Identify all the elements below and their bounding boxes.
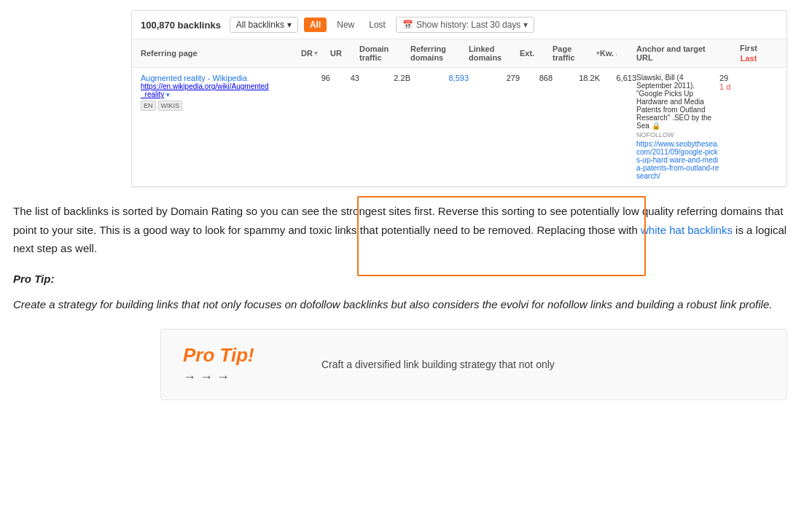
main-content: The list of backlinks is sorted by Domai…	[0, 187, 812, 314]
pro-tip-label: Pro Tip:	[13, 270, 799, 289]
body-paragraph-1: The list of backlinks is sorted by Domai…	[13, 202, 799, 258]
target-url-link[interactable]: https://www.seobythesea.com/2011/09/goog…	[636, 140, 719, 180]
col-kw[interactable]: Kw. .	[600, 44, 636, 63]
col-linked-domains[interactable]: Linked domains	[469, 44, 520, 63]
backlinks-count: 100,870 backlinks	[141, 20, 221, 31]
cell-first-last: 29 1 d	[719, 74, 778, 91]
chevron-down-icon: ▾	[287, 20, 292, 30]
filter-all-button[interactable]: All	[304, 17, 327, 32]
cell-ext: 868	[520, 74, 553, 82]
col-anchor-url[interactable]: Anchor and target URL	[636, 44, 719, 63]
history-button[interactable]: 📅 Show history: Last 30 days ▾	[396, 17, 534, 33]
chevron-down-icon: ▾	[523, 20, 528, 30]
chevron-down-icon: ▾	[166, 91, 170, 98]
lock-icon: 🔒	[652, 122, 660, 130]
tag-wikis: WIKIS	[158, 101, 183, 111]
cell-page-traffic: 18.2K	[553, 74, 600, 82]
page-url: https://en.wikipedia.org/wiki/Augmented_…	[141, 82, 301, 98]
cell-linked-domains: 279	[469, 74, 520, 82]
sort-icon: ▾	[314, 50, 318, 57]
pro-tip-box: Pro Tip! → → → Craft a diversified link …	[160, 329, 787, 400]
col-ext[interactable]: Ext.	[520, 44, 553, 63]
filter-new-button[interactable]: New	[332, 17, 359, 32]
col-dr[interactable]: DR ▾	[301, 44, 330, 63]
cell-anchor-url: Slawski, Bill (4 September 2011). "Googl…	[636, 74, 719, 180]
cell-ur: 43	[330, 74, 359, 82]
white-hat-backlinks-link[interactable]: white hat backlinks	[641, 224, 733, 236]
filter-lost-button[interactable]: Lost	[364, 17, 390, 32]
table-header: Referring page DR ▾ UR Domain traffic Re…	[132, 39, 786, 68]
all-backlinks-button[interactable]: All backlinks ▾	[230, 17, 298, 33]
tag-en: EN	[141, 101, 156, 111]
page-tags: EN WIKIS	[141, 101, 301, 111]
nofollow-badge: NOFOLLOW	[636, 131, 719, 138]
pro-tip-left: Pro Tip! → → →	[183, 344, 300, 385]
page-title-link[interactable]: Augmented reality - Wikipedia	[141, 74, 247, 82]
calendar-icon: 📅	[402, 20, 413, 30]
col-page-traffic[interactable]: Page traffic ▾	[553, 44, 600, 63]
col-referring-domains[interactable]: Referring domains	[410, 44, 469, 63]
pro-tip-arrows: → → →	[183, 370, 300, 385]
sort-icon: .	[615, 50, 617, 57]
pro-tip-title: Pro Tip!	[183, 344, 300, 367]
col-ur[interactable]: UR	[330, 44, 359, 63]
first-seen: 29	[719, 74, 778, 82]
pro-tip-italic-text: Create a strategy for building links tha…	[13, 295, 799, 314]
last-seen: 1 d	[719, 82, 778, 91]
col-referring-page: Referring page	[141, 44, 301, 63]
backlinks-table-container: 100,870 backlinks All backlinks ▾ All Ne…	[131, 10, 787, 187]
cell-dr: 96	[301, 74, 330, 82]
cell-domain-traffic: 2.2B	[359, 74, 410, 82]
pro-tip-body: Craft a diversified link building strate…	[321, 359, 555, 370]
table-toolbar: 100,870 backlinks All backlinks ▾ All Ne…	[132, 11, 786, 39]
table-row: Augmented reality - Wikipedia https://en…	[132, 68, 786, 187]
cell-kw: 6,613	[600, 74, 636, 82]
col-first-last[interactable]: First Last	[719, 44, 778, 63]
cell-referring-page: Augmented reality - Wikipedia https://en…	[141, 74, 301, 111]
col-domain-traffic[interactable]: Domain traffic	[359, 44, 410, 63]
cell-referring-domains[interactable]: 8,593	[410, 74, 469, 82]
